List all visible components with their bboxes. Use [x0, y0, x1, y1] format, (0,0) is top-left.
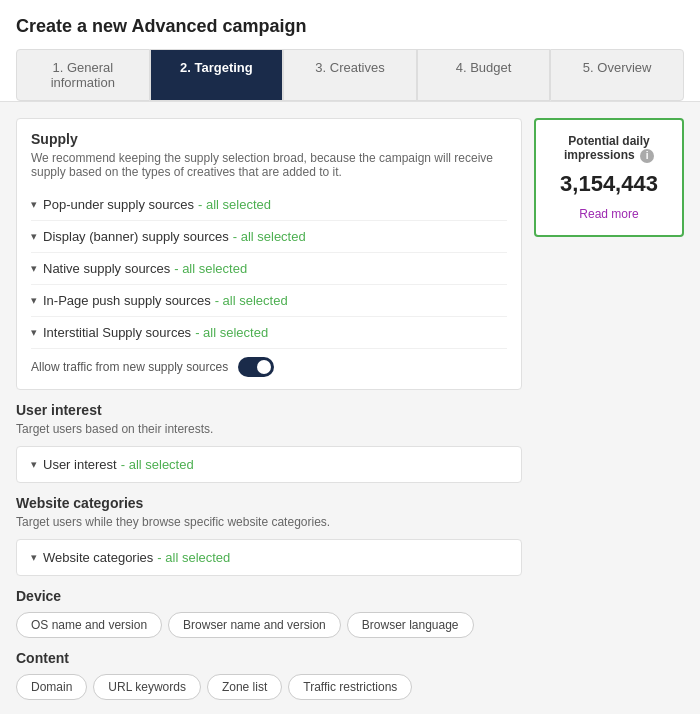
user-interest-title: User interest	[16, 402, 522, 418]
impressions-title: Potential daily impressions i	[550, 134, 668, 163]
chevron-icon: ▾	[31, 326, 37, 339]
device-title: Device	[16, 588, 522, 604]
left-panel: Supply We recommend keeping the supply s…	[16, 118, 522, 714]
content-tags: Domain URL keywords Zone list Traffic re…	[16, 674, 522, 700]
content-tag-url-keywords[interactable]: URL keywords	[93, 674, 201, 700]
page-title: Create a new Advanced campaign	[16, 16, 684, 37]
steps-nav: 1. General information 2. Targeting 3. C…	[16, 49, 684, 101]
device-tag-language[interactable]: Browser language	[347, 612, 474, 638]
user-interest-accordion[interactable]: ▾ User interest - all selected	[16, 446, 522, 483]
content-section: Content Domain URL keywords Zone list Tr…	[16, 650, 522, 700]
supply-selected-popunder: - all selected	[198, 197, 271, 212]
device-tags: OS name and version Browser name and ver…	[16, 612, 522, 638]
device-tag-os[interactable]: OS name and version	[16, 612, 162, 638]
page-header: Create a new Advanced campaign 1. Genera…	[0, 0, 700, 102]
supply-selected-display: - all selected	[233, 229, 306, 244]
step-2[interactable]: 2. Targeting	[150, 49, 284, 101]
supply-row-interstitial[interactable]: ▾ Interstitial Supply sources - all sele…	[31, 317, 507, 349]
right-panel: Potential daily impressions i 3,154,443 …	[534, 118, 684, 714]
content-tag-domain[interactable]: Domain	[16, 674, 87, 700]
step-3[interactable]: 3. Creatives	[283, 49, 417, 101]
chevron-icon: ▾	[31, 458, 37, 471]
traffic-toggle-row: Allow traffic from new supply sources	[31, 357, 507, 377]
chevron-icon: ▾	[31, 294, 37, 307]
website-categories-title: Website categories	[16, 495, 522, 511]
info-icon: i	[640, 149, 654, 163]
impressions-card: Potential daily impressions i 3,154,443 …	[534, 118, 684, 237]
user-interest-section: User interest Target users based on thei…	[16, 402, 522, 483]
supply-label-display: Display (banner) supply sources	[43, 229, 229, 244]
website-categories-selected: - all selected	[157, 550, 230, 565]
website-categories-accordion-row[interactable]: ▾ Website categories - all selected	[17, 540, 521, 575]
website-categories-description: Target users while they browse specific …	[16, 515, 522, 529]
supply-label-popunder: Pop-under supply sources	[43, 197, 194, 212]
website-categories-section: Website categories Target users while th…	[16, 495, 522, 576]
user-interest-description: Target users based on their interests.	[16, 422, 522, 436]
device-tag-browser[interactable]: Browser name and version	[168, 612, 341, 638]
step-1[interactable]: 1. General information	[16, 49, 150, 101]
supply-section: Supply We recommend keeping the supply s…	[16, 118, 522, 390]
user-interest-accordion-row[interactable]: ▾ User interest - all selected	[17, 447, 521, 482]
supply-title: Supply	[31, 131, 507, 147]
step-4[interactable]: 4. Budget	[417, 49, 551, 101]
chevron-icon: ▾	[31, 262, 37, 275]
device-section: Device OS name and version Browser name …	[16, 588, 522, 638]
supply-label-interstitial: Interstitial Supply sources	[43, 325, 191, 340]
chevron-icon: ▾	[31, 551, 37, 564]
traffic-toggle[interactable]	[238, 357, 274, 377]
content-tag-traffic-restrictions[interactable]: Traffic restrictions	[288, 674, 412, 700]
content-tag-zone-list[interactable]: Zone list	[207, 674, 282, 700]
supply-description: We recommend keeping the supply selectio…	[31, 151, 507, 179]
website-categories-accordion-label: Website categories	[43, 550, 153, 565]
main-content: Supply We recommend keeping the supply s…	[0, 102, 700, 714]
supply-label-inpage: In-Page push supply sources	[43, 293, 211, 308]
supply-selected-native: - all selected	[174, 261, 247, 276]
read-more-link[interactable]: Read more	[579, 207, 638, 221]
step-5[interactable]: 5. Overview	[550, 49, 684, 101]
chevron-icon: ▾	[31, 230, 37, 243]
supply-selected-inpage: - all selected	[215, 293, 288, 308]
chevron-icon: ▾	[31, 198, 37, 211]
impressions-number: 3,154,443	[550, 171, 668, 197]
content-title: Content	[16, 650, 522, 666]
website-categories-accordion[interactable]: ▾ Website categories - all selected	[16, 539, 522, 576]
toggle-label: Allow traffic from new supply sources	[31, 360, 228, 374]
supply-row-native[interactable]: ▾ Native supply sources - all selected	[31, 253, 507, 285]
supply-selected-interstitial: - all selected	[195, 325, 268, 340]
supply-label-native: Native supply sources	[43, 261, 170, 276]
supply-row-popunder[interactable]: ▾ Pop-under supply sources - all selecte…	[31, 189, 507, 221]
supply-row-display[interactable]: ▾ Display (banner) supply sources - all …	[31, 221, 507, 253]
user-interest-selected: - all selected	[121, 457, 194, 472]
supply-row-inpage[interactable]: ▾ In-Page push supply sources - all sele…	[31, 285, 507, 317]
user-interest-accordion-label: User interest	[43, 457, 117, 472]
